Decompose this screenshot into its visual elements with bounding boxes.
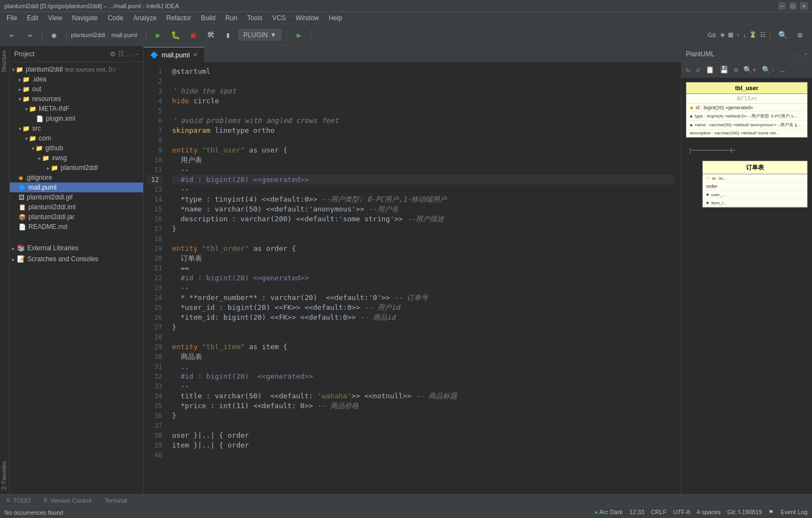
stop-button[interactable]: ■ (186, 27, 201, 43)
plantuml-settings-icon[interactable]: ⚙ (732, 64, 740, 75)
plantuml-reload-icon[interactable]: ↺ (694, 64, 702, 75)
status-encoding[interactable]: UTF-8 (673, 509, 690, 516)
line-num-13: 13 (147, 185, 162, 195)
plugin-button[interactable]: PLUGIN ▼ (238, 29, 282, 41)
code-line-15: *name : varchar(50) <<default:'anonymous… (172, 204, 674, 214)
menu-build[interactable]: Build (197, 13, 220, 23)
event-log[interactable]: Event Log (780, 509, 808, 516)
tree-item-idea[interactable]: ▸ 📁 .idea (10, 74, 143, 84)
bottom-tab-todo[interactable]: 6: TODO (0, 496, 37, 505)
plantuml-save-icon[interactable]: 💾 (718, 64, 731, 75)
token: -- (172, 166, 189, 174)
plantuml-zoom-in-icon[interactable]: 🔍+ (741, 64, 758, 75)
coverage-button[interactable]: ▮ (221, 27, 236, 43)
sidebar-menu-icon[interactable]: … (126, 50, 133, 58)
tree-item-meta-inf[interactable]: ▾ 📁 META-INF (10, 104, 143, 114)
tree-item-plugin-xml[interactable]: 📄 plugin.xml (10, 114, 143, 123)
tree-arrow-idea: ▸ (19, 76, 21, 83)
code-content[interactable]: @startuml ' hide the spot hide circle ' … (165, 62, 681, 494)
bottom-tab-terminal[interactable]: Terminal (98, 496, 134, 505)
tree-item-out[interactable]: ▸ 📁 out (10, 84, 143, 94)
tree-arrow-xwsg: ▸ (38, 155, 41, 161)
file-puml-icon: 🔷 (19, 184, 26, 191)
tree-item-com[interactable]: ▾ 📁 com (10, 133, 143, 143)
line-num-10: 10 (147, 155, 162, 165)
tree-com-label: com (39, 134, 51, 142)
menu-navigate[interactable]: Navigate (68, 13, 102, 23)
toolbar-separator (42, 30, 42, 40)
debug-button[interactable]: 🐛 (168, 27, 183, 43)
menu-refactor[interactable]: Refactor (162, 13, 195, 23)
bottom-tab-version-control[interactable]: 9: Version Control (37, 496, 98, 505)
sidebar-minimize-icon[interactable]: − (135, 50, 139, 58)
tree-arrow-meta-inf: ▾ (25, 106, 28, 112)
tree-item-gif[interactable]: 🖼 plantuml2ddl.gif (10, 192, 143, 202)
tab-close-button[interactable]: ✕ (193, 51, 198, 58)
file-gif-icon: 🖼 (19, 194, 25, 201)
tree-item-src[interactable]: ▾ 📁 src (10, 123, 143, 133)
tree-item-mall-puml[interactable]: 🔷 mall.puml (10, 183, 143, 192)
settings-button[interactable]: ⚙ (792, 27, 808, 43)
menu-help[interactable]: Help (324, 13, 347, 23)
plantuml-menu-icon[interactable]: … (795, 50, 802, 58)
tree-item-jar[interactable]: 📦 plantuml2ddl.jar (10, 212, 143, 222)
status-line-ending[interactable]: CRLF (651, 509, 667, 516)
maximize-button[interactable]: □ (789, 2, 797, 10)
menu-analyze[interactable]: Analyze (129, 13, 161, 23)
diagram-preview[interactable]: tbl_user 出门儿<< ◆ id : bigint(20) «genera… (681, 78, 812, 494)
tree-item-gitignore[interactable]: ◆ .gitignore (10, 173, 143, 183)
tree-arrow-resources: ▾ (19, 96, 21, 102)
tree-item-xwsg[interactable]: ▸ 📁 xwsg (10, 153, 143, 163)
external-libraries-item[interactable]: ▸ 📚 External Libraries (10, 243, 143, 254)
uml-table-user: tbl_user 出门儿<< ◆ id : bigint(20) «genera… (686, 82, 808, 138)
plantuml-refresh-icon[interactable]: ↻ (684, 64, 692, 75)
window-controls: — □ ✕ (778, 2, 808, 10)
back-button[interactable]: ← (4, 27, 20, 43)
plantuml-minimize-icon[interactable]: − (804, 50, 808, 58)
tree-item-resources[interactable]: ▾ 📁 resources (10, 94, 143, 104)
minimize-button[interactable]: — (778, 2, 786, 10)
toolbar-file: mall.puml (111, 32, 137, 38)
tree-arrow-plantuml-pkg: ▸ (47, 165, 50, 171)
home-button[interactable]: ◉ (46, 27, 62, 43)
menu-run[interactable]: Run (221, 13, 242, 23)
tab-mall-puml[interactable]: 🔷 mall.puml ✕ (144, 47, 205, 62)
plantuml-copy-icon[interactable]: 📋 (703, 64, 716, 75)
close-button[interactable]: ✕ (800, 2, 808, 10)
plantuml-more-icon[interactable]: … (778, 64, 787, 75)
code-line-34: title : varchar(50) <<default: 'wahaha'>… (172, 391, 674, 401)
menu-window[interactable]: Window (291, 13, 323, 23)
menu-tools[interactable]: Tools (243, 13, 267, 23)
sidebar-settings-icon[interactable]: ⚙ (110, 50, 116, 58)
plantuml-zoom-out-icon[interactable]: 🔍- (760, 64, 777, 75)
sidebar-layout-icon[interactable]: ☷ (118, 50, 124, 58)
tree-item-iml[interactable]: 📋 plantuml2ddl.iml (10, 202, 143, 212)
tree-item-readme[interactable]: 📄 README.md (10, 222, 143, 232)
menu-view[interactable]: View (44, 13, 67, 23)
line-num-5: 5 (147, 106, 162, 116)
tree-item-root[interactable]: ▾ 📁 plantuml2ddl test sources root, D:/ (10, 64, 143, 74)
search-button[interactable]: 🔍 (775, 27, 790, 43)
vert-tab-structure[interactable]: Structure (0, 46, 10, 77)
vert-tab-favorites[interactable]: 2: Favorites (0, 457, 10, 494)
tree-item-plantuml2ddl-pkg[interactable]: ▸ 📁 plantuml2ddl (10, 163, 143, 173)
tree-item-github[interactable]: ▾ 📁 github (10, 143, 143, 153)
uml-type-text: type : tinyint(4) «default:D» --用户类型: 0-… (695, 113, 798, 119)
status-indent[interactable]: 4 spaces (697, 509, 721, 516)
menu-file[interactable]: File (2, 13, 21, 23)
token: ' avoid problems with angled crows feet (172, 116, 339, 125)
menu-edit[interactable]: Edit (22, 13, 43, 23)
toolbar-separator-5 (311, 30, 311, 40)
build-button[interactable]: 🛠 (203, 27, 218, 43)
forward-button[interactable]: → (22, 27, 37, 43)
code-line-28 (172, 332, 674, 342)
menu-code[interactable]: Code (103, 13, 128, 23)
scratches-consoles-item[interactable]: ▸ 📝 Scratches and Consoles (10, 254, 143, 264)
code-line-12: #id : bigint(20) <<generated>> (172, 175, 674, 185)
token: * **order_number** : varchar(20) <<defau… (172, 293, 394, 302)
code-line-6: ' avoid problems with angled crows feet (172, 116, 674, 126)
run-button[interactable]: ▶ (151, 27, 166, 43)
run-config-button[interactable]: ▶ (291, 27, 306, 43)
tree-arrow-out: ▸ (19, 86, 21, 92)
menu-vcs[interactable]: VCS (268, 13, 291, 23)
